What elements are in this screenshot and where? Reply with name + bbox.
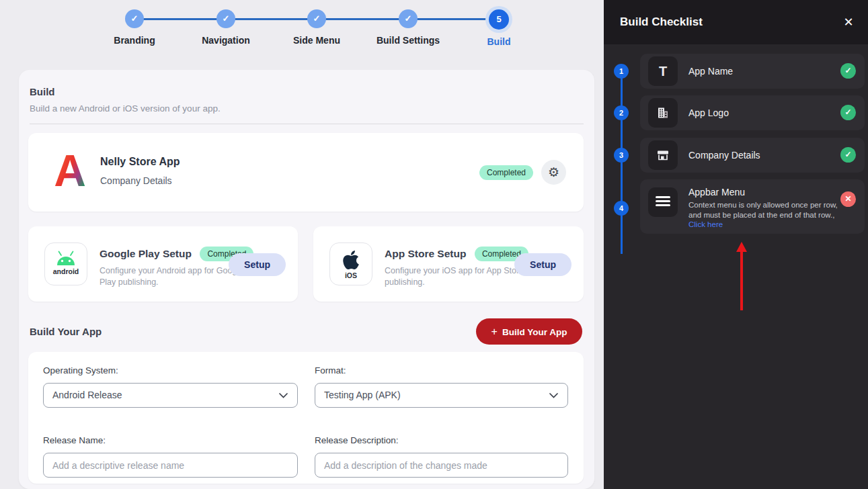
red-arrow-annotation	[736, 242, 747, 310]
stepper-step-navigation[interactable]: ✓ Navigation	[179, 9, 273, 46]
checklist-title: Build Checklist	[620, 0, 703, 44]
checklist-item-app-logo[interactable]: App Logo ✓	[640, 95, 865, 130]
build-your-app-button-label: Build Your App	[502, 327, 567, 337]
checklist-step-number: 4	[614, 201, 629, 216]
build-your-app-heading: Build Your App	[30, 326, 102, 337]
app-subtitle: Company Details	[100, 175, 172, 186]
release-description-input[interactable]	[315, 453, 568, 478]
gear-icon[interactable]: ⚙	[541, 160, 566, 185]
stepper-step-side-menu[interactable]: ✓ Side Menu	[270, 9, 364, 46]
app-name: Nelly Store App	[100, 156, 180, 168]
checklist-item-app-name[interactable]: T App Name ✓	[640, 54, 865, 89]
google-play-setup-button[interactable]: Setup	[229, 253, 286, 276]
click-here-link[interactable]: Click here	[688, 220, 723, 228]
checklist-step-number: 1	[614, 64, 629, 79]
arrow-shaft	[740, 250, 743, 310]
checklist-header: Build Checklist ✕	[604, 0, 868, 44]
stepper-step-branding[interactable]: ✓ Branding	[87, 9, 182, 46]
build-checklist-panel: Build Checklist ✕ 1 2 3 4 T App Name ✓	[604, 0, 868, 489]
app-summary-card: A Nelly Store App Company Details Comple…	[28, 133, 584, 212]
build-form-card: Operating System: Format: Android Releas…	[28, 352, 584, 484]
checklist-item-label: Appbar Menu	[688, 187, 745, 197]
release-name-input[interactable]	[43, 453, 298, 478]
status-badge: Completed	[479, 165, 533, 180]
release-name-label: Release Name:	[43, 435, 106, 445]
store-card-title: App Store Setup	[385, 248, 466, 260]
app-store-setup-card: iOS App Store Setup Completed Configure …	[313, 226, 584, 302]
stepper-step-label: Side Menu	[270, 35, 364, 46]
checklist-timeline-line	[621, 71, 623, 254]
check-circle-icon: ✓	[307, 9, 326, 28]
release-description-label: Release Description:	[315, 435, 399, 445]
error-circle-icon: ✕	[840, 191, 856, 207]
check-circle-icon: ✓	[840, 147, 856, 163]
android-icon: android	[44, 242, 87, 285]
check-circle-icon: ✓	[840, 105, 856, 120]
app-logo-icon	[648, 98, 678, 128]
main-content-area: ✓ Branding ✓ Navigation ✓ Side Menu ✓ Bu…	[0, 0, 604, 489]
ios-icon-caption: iOS	[330, 271, 372, 279]
store-card-description: Configure your iOS app for App Store pub…	[385, 265, 529, 288]
close-icon[interactable]: ✕	[840, 13, 857, 31]
check-circle-icon: ✓	[840, 63, 856, 79]
stepper-step-build-settings[interactable]: ✓ Build Settings	[361, 9, 455, 46]
checklist-item-company-details[interactable]: Company Details ✓	[640, 138, 865, 173]
format-label: Format:	[315, 365, 346, 375]
check-circle-icon: ✓	[216, 9, 235, 28]
checklist-item-label: App Name	[688, 54, 733, 89]
build-section-title: Build	[30, 86, 55, 97]
check-circle-icon: ✓	[399, 9, 418, 28]
build-section-subtitle: Build a new Android or iOS version of yo…	[30, 103, 221, 114]
app-store-setup-button[interactable]: Setup	[514, 253, 571, 276]
checklist-item-label: App Logo	[688, 95, 729, 130]
stepper-step-label: Navigation	[179, 35, 273, 46]
build-your-app-button[interactable]: +Build Your App	[476, 318, 582, 345]
build-section-card: Build Build a new Android or iOS version…	[19, 70, 594, 489]
operating-system-select[interactable]: Android Release	[43, 383, 298, 408]
checklist-step-number: 2	[614, 105, 629, 120]
stepper-step-label: Build Settings	[361, 35, 455, 46]
chevron-down-icon	[279, 393, 288, 398]
operating-system-label: Operating System:	[43, 365, 118, 375]
hamburger-menu-icon	[648, 187, 678, 217]
google-play-setup-card: android Google Play Setup Completed Conf…	[28, 226, 298, 302]
android-icon-caption: android	[45, 267, 87, 275]
stepper-step-label: Branding	[87, 35, 182, 46]
apple-icon: iOS	[329, 242, 372, 285]
chevron-down-icon	[549, 393, 558, 398]
stepper-step-label: Build	[452, 36, 546, 47]
progress-stepper: ✓ Branding ✓ Navigation ✓ Side Menu ✓ Bu…	[0, 0, 604, 60]
text-icon: T	[648, 56, 678, 86]
stepper-step-build[interactable]: 5 Build	[452, 9, 546, 47]
checklist-item-appbar-menu[interactable]: Appbar Menu Context menu is only allowed…	[640, 179, 865, 234]
checklist-step-number: 3	[614, 148, 629, 163]
divider	[30, 124, 584, 124]
app-logo: A	[46, 144, 93, 197]
format-select[interactable]: Testing App (APK)	[315, 383, 568, 408]
active-step-number: 5	[489, 9, 509, 30]
checklist-error-message: Context menu is only allowed once per ro…	[688, 200, 843, 220]
storefront-icon	[648, 140, 678, 170]
format-value: Testing App (APK)	[324, 390, 401, 400]
store-card-title: Google Play Setup	[100, 248, 192, 260]
operating-system-value: Android Release	[52, 390, 122, 400]
checklist-item-label: Company Details	[688, 138, 760, 173]
check-circle-icon: ✓	[125, 9, 144, 28]
store-card-description: Configure your Android app for Google Pl…	[100, 265, 244, 288]
plus-icon: +	[491, 326, 498, 337]
app-builder-screen: ✓ Branding ✓ Navigation ✓ Side Menu ✓ Bu…	[0, 0, 868, 489]
